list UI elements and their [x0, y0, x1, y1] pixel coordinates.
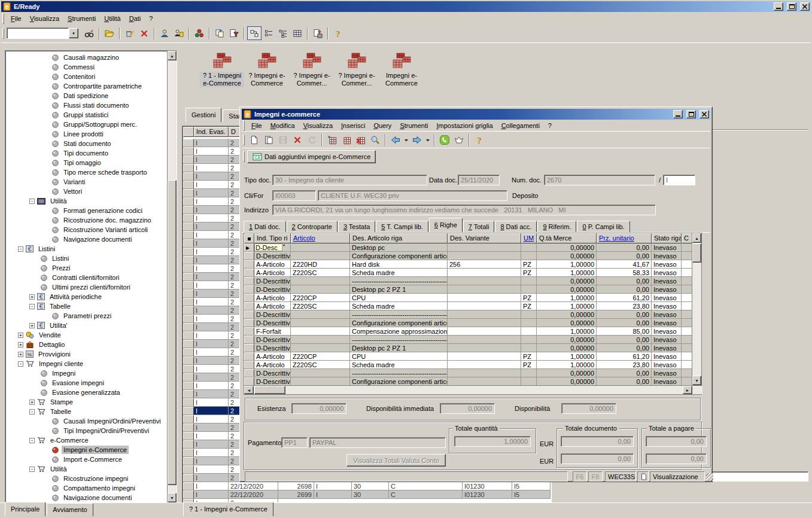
grid-row[interactable]: A-ArticoloZ220CPCPUPZ1,0000061,20Inevaso — [244, 294, 692, 302]
grid-row[interactable]: D-Descrittiv----------------------------… — [244, 277, 692, 285]
child-menubar-grip[interactable] — [243, 120, 245, 131]
bg-row-selector[interactable] — [183, 390, 194, 398]
collapse-icon[interactable]: - — [18, 361, 23, 367]
dropdown-caret-button[interactable] — [403, 133, 410, 147]
tree-item-navigazione-documenti[interactable]: Navigazione documenti — [5, 493, 166, 502]
bg-row-selector[interactable] — [183, 398, 194, 406]
collapse-icon[interactable]: - — [29, 467, 35, 472]
close-button[interactable] — [800, 2, 810, 11]
doc-tab-9-riferim[interactable]: 9 Riferim. — [537, 221, 576, 232]
bg-row-selector[interactable] — [183, 382, 194, 389]
menu-item-doc-strumenti[interactable]: Strumenti — [396, 121, 432, 130]
tree-item-utilit[interactable]: -Utilità — [5, 196, 166, 206]
combo-dropdown-button[interactable]: ▼ — [69, 28, 78, 38]
phone-button[interactable] — [437, 133, 452, 147]
tree-item-gruppi-statistici[interactable]: Gruppi statistici — [5, 110, 166, 120]
basket-button[interactable] — [452, 133, 466, 147]
bg-row-selector[interactable] — [183, 290, 194, 297]
grid-vscrollbar[interactable]: ▲ ▼ — [692, 233, 701, 385]
tree-item-stampe[interactable]: +Stampe — [5, 397, 166, 407]
grid-row[interactable]: A-ArticoloZ220SCScheda madrePZ1,0000023,… — [244, 302, 692, 310]
open-folder-button[interactable] — [102, 26, 117, 40]
save-button[interactable] — [276, 133, 290, 147]
bg-row-selector[interactable] — [183, 348, 194, 356]
grid-row[interactable]: A-ArticoloZ220HDHard disk256PZ1,0000041,… — [244, 260, 692, 269]
bg-row-selector[interactable] — [183, 415, 194, 423]
tree-item-ricostruzione-varianti-articoli[interactable]: Ricostruzione Varianti articoli — [5, 225, 166, 234]
row-selector[interactable] — [244, 252, 254, 260]
grid-row[interactable]: D-Descrittiv----------------------------… — [244, 310, 692, 319]
toolbar-grip[interactable] — [2, 28, 4, 39]
tree-scrollbar[interactable]: ▲ ▼ — [167, 51, 177, 502]
bg-row-selector[interactable] — [183, 139, 194, 147]
grid-row[interactable]: D-DescrittivConfigurazione componenti ar… — [244, 377, 692, 386]
bg-row-selector[interactable] — [183, 449, 194, 456]
tree-item-dettaglio[interactable]: +Dettaglio — [5, 340, 166, 349]
tree-item-contropartite-parametriche[interactable]: Contropartite parametriche — [5, 81, 166, 91]
column-header-ind-tipo-ri[interactable]: Ind. Tipo ri — [254, 233, 291, 243]
expand-icon[interactable]: + — [18, 352, 23, 357]
grid-hscroll-thumb[interactable] — [254, 386, 285, 394]
tree-item-tabelle[interactable]: -Tabelle — [5, 407, 166, 416]
tree-item-ricostruzione-impegni[interactable]: Ricostruzione impegni — [5, 474, 166, 483]
bg-row-selector[interactable] — [183, 181, 194, 188]
tree-item-impegni-e-commerce[interactable]: Impegni e-Commerce — [5, 445, 166, 455]
column-header-c[interactable]: C — [682, 233, 692, 243]
tree-item-causali-magazzino[interactable]: Causali magazzino — [5, 53, 166, 62]
combo-dropdown-icon[interactable]: ▼ — [282, 243, 290, 251]
tree-item-causali-impegni-ordini-preventivi[interactable]: Causali Impegni/Ordini/Preventivi — [5, 416, 166, 426]
child-close-button[interactable] — [700, 110, 709, 118]
tree-item-parametri-prezzi[interactable]: Parametri prezzi — [5, 311, 166, 321]
column-header-des-articolo-riga[interactable]: Des. Articolo riga — [350, 233, 448, 243]
tree-item-linee-prodotti[interactable]: Linee prodotti — [5, 129, 166, 139]
refresh-button[interactable] — [305, 133, 319, 147]
view-table-button[interactable] — [290, 26, 305, 40]
bg-row-selector[interactable] — [183, 256, 194, 264]
bg-row-selector[interactable] — [183, 264, 194, 272]
menubar-grip[interactable] — [2, 13, 4, 24]
copy-button[interactable] — [212, 26, 227, 40]
menu-item-doc-query[interactable]: Query — [369, 121, 396, 130]
bg-row-selector[interactable] — [183, 306, 194, 314]
grid-row[interactable]: A-ArticoloZ220SCScheda madrePZ1,0000058,… — [244, 269, 692, 277]
tree-item-tipo-merce-schede-trasporto[interactable]: Tipo merce schede trasporto — [5, 167, 166, 177]
column-header-des-variante[interactable]: Des. Variante — [448, 233, 521, 243]
row-selector[interactable] — [244, 285, 254, 293]
tree-item-prezzi[interactable]: Prezzi — [5, 263, 166, 273]
row-selector[interactable] — [244, 352, 254, 360]
child-maximize-button[interactable] — [686, 110, 696, 118]
back-button[interactable] — [388, 133, 403, 147]
menu-item-doc-impostazioni-griglia[interactable]: Impostazioni griglia — [432, 121, 497, 130]
tree-item-ultimi-prezzi-clienti-fornitori[interactable]: Ultimi prezzi clienti/fornitori — [5, 282, 166, 292]
grid-row[interactable]: F-ForfaitCompensazione approssimazioni1,… — [244, 327, 692, 336]
doc-tab-0-p-campi-lib[interactable]: 0 P. Campi lib. — [577, 221, 629, 232]
menu-item-main-file[interactable]: File — [7, 14, 26, 23]
tipo-doc-field[interactable]: 30 - Impegno da cliente — [272, 175, 427, 185]
bg-row-selector[interactable] — [183, 298, 194, 306]
dati-aggiuntivi-button[interactable]: CA Dati aggiuntivi impegni e-Commerce — [247, 150, 376, 163]
bg-row-selector[interactable] — [183, 340, 194, 348]
menu-item-doc-file[interactable]: File — [247, 121, 266, 130]
child-toolbar-grip[interactable] — [243, 135, 245, 145]
expand-icon[interactable]: + — [18, 342, 23, 348]
open-doc-button[interactable] — [261, 133, 276, 147]
menu-item-main-visualizza[interactable]: Visualizza — [26, 14, 63, 23]
bg-row-selector[interactable] — [183, 206, 194, 214]
tree-item-stati-documento[interactable]: Stati documento — [5, 139, 166, 148]
tree-item-impegni-cliente[interactable]: -Impegni cliente — [5, 359, 166, 368]
grid-row[interactable]: D-DescrittivDesktop pc 2 PZ 10,000000,00… — [244, 344, 692, 352]
child-toolbar2-grip[interactable] — [243, 151, 245, 162]
grid-vscroll-thumb[interactable] — [692, 243, 701, 263]
row-selector[interactable] — [244, 269, 254, 276]
help-button[interactable]: ? — [331, 26, 345, 40]
num-doc-field[interactable]: 2670 — [544, 175, 655, 185]
tree-item-formati-generazione-codici[interactable]: Formati generazione codici — [5, 206, 166, 215]
tree-item-flussi-stati-documento[interactable]: Flussi stati documento — [5, 100, 166, 110]
export-button[interactable] — [311, 26, 325, 40]
expand-icon[interactable]: + — [18, 333, 23, 338]
column-header-articolo[interactable]: Articolo — [291, 233, 350, 243]
grid-row[interactable]: A-ArticoloZ220SCScheda madrePZ1,0000023,… — [244, 361, 692, 369]
forward-button[interactable] — [410, 133, 424, 147]
row-selector[interactable] — [244, 294, 254, 301]
bg-row-selector[interactable] — [183, 331, 194, 339]
